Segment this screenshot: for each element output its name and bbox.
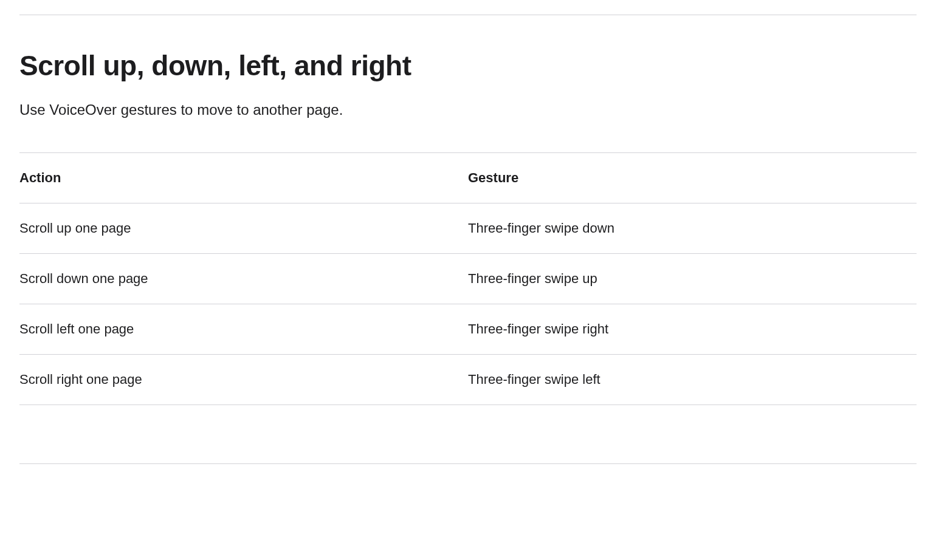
section-subtitle: Use VoiceOver gestures to move to anothe…: [19, 101, 917, 118]
table-header-action: Action: [19, 153, 468, 203]
gesture-table: Action Gesture Scroll up one page Three-…: [19, 152, 917, 405]
table-cell-gesture: Three-finger swipe down: [468, 203, 917, 254]
table-cell-action: Scroll up one page: [19, 203, 468, 254]
section-heading: Scroll up, down, left, and right: [19, 49, 917, 82]
table-cell-action: Scroll down one page: [19, 254, 468, 304]
table-header-row: Action Gesture: [19, 153, 917, 203]
table-row: Scroll left one page Three-finger swipe …: [19, 304, 917, 355]
table-cell-gesture: Three-finger swipe up: [468, 254, 917, 304]
table-header-gesture: Gesture: [468, 153, 917, 203]
top-divider: [19, 15, 917, 15]
table-cell-gesture: Three-finger swipe right: [468, 304, 917, 355]
table-cell-action: Scroll right one page: [19, 355, 468, 405]
table-row: Scroll right one page Three-finger swipe…: [19, 355, 917, 405]
table-row: Scroll down one page Three-finger swipe …: [19, 254, 917, 304]
table-row: Scroll up one page Three-finger swipe do…: [19, 203, 917, 254]
table-cell-gesture: Three-finger swipe left: [468, 355, 917, 405]
table-cell-action: Scroll left one page: [19, 304, 468, 355]
bottom-divider: [19, 463, 917, 464]
